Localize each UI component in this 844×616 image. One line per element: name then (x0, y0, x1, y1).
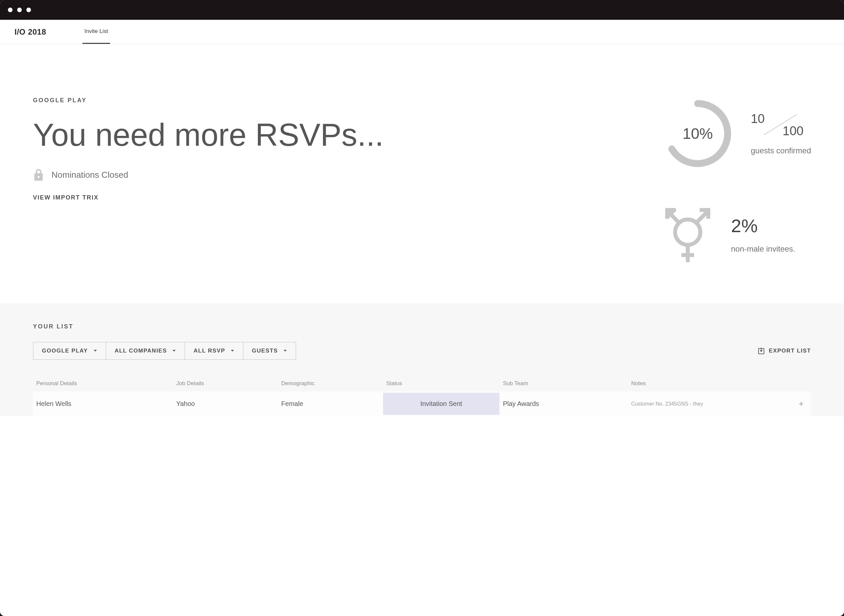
col-subteam: Sub Team (500, 375, 628, 392)
filter-label: GOOGLE PLAY (42, 348, 88, 354)
cell-job: Yahoo (173, 393, 278, 415)
cell-demographic: Female (278, 393, 383, 415)
traffic-minimize-icon[interactable] (17, 7, 22, 12)
traffic-zoom-icon[interactable] (26, 7, 31, 12)
guest-table: Personal Details Job Details Demographic… (33, 375, 811, 416)
table-header: Personal Details Job Details Demographic… (33, 375, 811, 392)
hero-section: GOOGLE PLAY You need more RSVPs... Nomin… (0, 44, 844, 304)
chevron-down-icon (230, 349, 234, 352)
col-personal: Personal Details (33, 375, 173, 392)
traffic-close-icon[interactable] (8, 7, 13, 12)
cell-notes: Customer No. 2345GNS - they (628, 394, 791, 414)
diversity-percent: 2% (731, 215, 795, 236)
export-label: EXPORT LIST (769, 348, 811, 354)
col-demographic: Demographic (278, 375, 383, 392)
row-add-button[interactable]: + (791, 392, 811, 416)
filter-label: ALL RSVP (193, 348, 225, 354)
nominations-label: Nominations Closed (51, 170, 128, 180)
lock-icon (33, 169, 44, 182)
top-nav: I/O 2018 Invite List (0, 20, 844, 44)
fraction-denominator: 100 (783, 124, 803, 138)
list-title: YOUR LIST (33, 323, 811, 330)
filter-guests[interactable]: GUESTS (243, 342, 296, 360)
progress-ring: 10% (663, 99, 732, 168)
filter-all-companies[interactable]: ALL COMPANIES (106, 342, 185, 360)
col-status: Status (383, 375, 500, 392)
cell-subteam: Play Awards (500, 393, 628, 415)
table-row[interactable]: Helen Wells Yahoo Female Invitation Sent… (33, 392, 811, 416)
export-icon (758, 347, 765, 355)
view-import-trix-link[interactable]: VIEW IMPORT TRIX (33, 194, 623, 201)
progress-percent: 10% (663, 99, 732, 168)
diversity-caption: non-male invitees. (731, 244, 795, 254)
stat-progress: 10% 10 100 guests confirmed (663, 99, 811, 168)
chevron-down-icon (93, 349, 97, 352)
cell-status: Invitation Sent (383, 393, 500, 415)
filter-label: ALL COMPANIES (115, 348, 167, 354)
hero-headline: You need more RSVPs... (33, 117, 623, 153)
nav-tabs: Invite List (82, 20, 110, 44)
svg-line-6 (697, 212, 708, 223)
list-toolbar: GOOGLE PLAY ALL COMPANIES ALL RSVP GUEST… (33, 342, 811, 360)
filter-label: GUESTS (252, 348, 278, 354)
chevron-down-icon (172, 349, 176, 352)
svg-point-3 (675, 220, 700, 245)
hero-eyebrow: GOOGLE PLAY (33, 97, 623, 104)
filter-group: GOOGLE PLAY ALL COMPANIES ALL RSVP GUEST… (33, 342, 296, 360)
window-titlebar (0, 0, 844, 20)
stat-diversity: 2% non-male invitees. (663, 204, 811, 264)
cell-personal: Helen Wells (33, 393, 173, 415)
progress-fraction: 10 100 (751, 112, 803, 138)
filter-google-play[interactable]: GOOGLE PLAY (33, 342, 106, 360)
chevron-down-icon (283, 349, 287, 352)
export-list-button[interactable]: EXPORT LIST (758, 347, 811, 355)
col-notes: Notes (628, 375, 791, 392)
gender-icon (663, 204, 712, 264)
col-job: Job Details (173, 375, 278, 392)
filter-all-rsvp[interactable]: ALL RSVP (185, 342, 243, 360)
tab-invite-list[interactable]: Invite List (82, 20, 110, 44)
app-brand: I/O 2018 (15, 20, 46, 44)
progress-caption: guests confirmed (751, 146, 811, 155)
nominations-status: Nominations Closed (33, 169, 623, 182)
list-section: YOUR LIST GOOGLE PLAY ALL COMPANIES ALL … (0, 304, 844, 416)
